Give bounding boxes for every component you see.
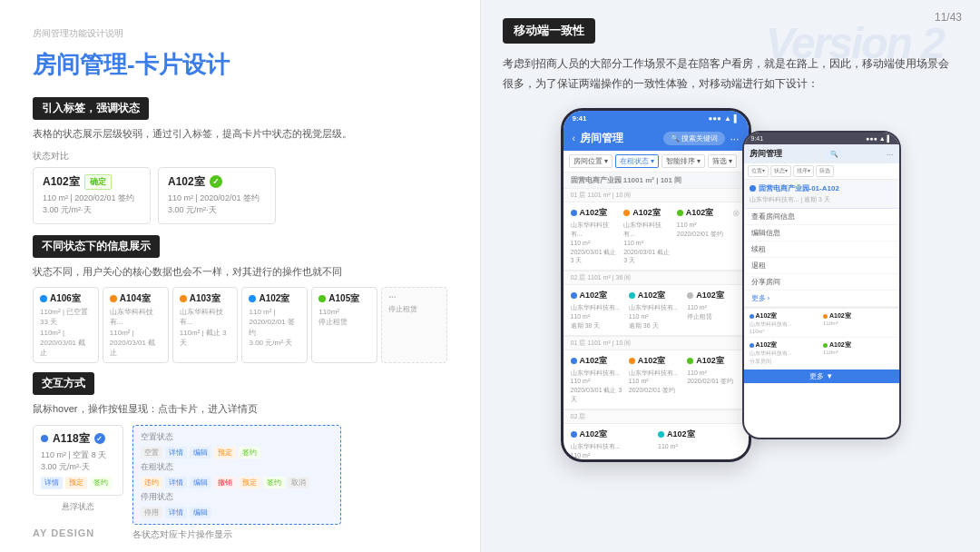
detail-item-3[interactable]: 续租 (744, 242, 899, 258)
state-card-2: A104室 山东华科科技有... 110m² | 2020/03/01 截止 (103, 287, 169, 363)
btn-sign2[interactable]: 签约 (263, 477, 285, 488)
state-card-5: A105室 110m² 停止租赁 (311, 287, 377, 363)
hover-room-info: 110 m² | 空置 8 天 3.00 元/m²·天 详情 预定 签约 (41, 449, 115, 489)
sub-section-header-4: 02 层 (564, 409, 749, 424)
btn-cancel[interactable]: 取消 (288, 477, 309, 488)
sc-sort[interactable]: 排序▾ (793, 165, 814, 177)
sc-filter[interactable]: 筛选 (816, 165, 834, 177)
room-item-4[interactable]: A102室 山东华科科技有... 110 m² 2020/03/01 A102室… (564, 424, 749, 462)
section-header-1: 固营电商产业园 11001 m² | 101 间 (564, 172, 749, 189)
btn-edit3[interactable]: 编辑 (190, 507, 211, 518)
room-card-2: A102室 ✓ 110 m² | 2020/02/01 签约 3.00 元/m²… (158, 167, 276, 224)
hover-card-expanded: 空置状态 空置 详情 编辑 预定 签约 在租状态 违约 详情 编辑 撤销 (132, 425, 341, 525)
phone-filter-bar: 房间位置 ▾ 在租状态 ▾ 智能排序 ▾ 筛选 ▾ (564, 151, 749, 172)
btn-detail[interactable]: 详情 (165, 447, 187, 458)
action-btn-view[interactable]: 详情 (41, 477, 63, 489)
section-desc-1: 表格的状态展示层级较弱，通过引入标签，提高卡片中状态的视觉层级。 (33, 126, 447, 143)
sr-item-2[interactable]: A102室 山东华科科技有... 分享房间 A102室 110m² (744, 338, 899, 370)
btn-edit2[interactable]: 编辑 (190, 477, 211, 488)
action-btn-sign[interactable]: 签约 (90, 477, 112, 489)
sub-section-header-2: 02 层 1101 m² | 36 间 (564, 271, 749, 285)
back-arrow[interactable]: ‹ (573, 133, 575, 143)
dot-blue-1 (40, 295, 47, 302)
state-info-1: 110m² | 已空置 33 天 110m² | 2020/03/01 截止 (40, 307, 92, 358)
filter-more[interactable]: 筛选 ▾ (708, 154, 737, 168)
detail-item-5[interactable]: 分享房间 (744, 274, 899, 291)
room-name-2: A102室 (168, 174, 205, 190)
section-2-label: 各状态对应卡片操作显示 (132, 528, 341, 541)
hover-state-label: 空置状态 (141, 431, 333, 443)
small-phone-title: 房间管理 (750, 148, 782, 160)
room-dot-7 (571, 358, 577, 364)
room-dot-6 (687, 292, 693, 299)
room-dot-2 (623, 210, 630, 216)
btn-disable[interactable]: 停用 (141, 507, 162, 518)
room-item-2[interactable]: A102室 山东华科科技有... 110 m² 逾期 38 天 A102室 山东… (564, 285, 749, 335)
detail-item-1[interactable]: 查看房间信息 (744, 209, 899, 225)
btn-edit[interactable]: 编辑 (190, 447, 211, 458)
hover-card-static: A118室 ✓ 110 m² | 空置 8 天 3.00 元/m²·天 详情 预… (33, 425, 123, 496)
filter-sort[interactable]: 智能排序 ▾ (662, 154, 705, 168)
room-item-3[interactable]: A102室 山东华科科技有... 110 m² 2020/03/01 截止 3 … (564, 350, 749, 409)
room-dot-4 (571, 292, 577, 299)
detail-room-header: 固营电商产业园-01-A102 山东华科科技有... | 逾期 3 天 (744, 180, 899, 209)
right-desc: 考虑到招商人员的大部分工作场景不是在陪客户看房，就是在路上，因此，移动端使用场景… (503, 54, 958, 94)
search-button[interactable]: 🔍 搜索关键词 (663, 132, 725, 145)
btn-detail3[interactable]: 详情 (165, 507, 187, 518)
small-search[interactable]: 🔍 (826, 150, 843, 159)
state-info-6: 停止租赁 (388, 304, 440, 314)
state-info-4: 110 m² | 2020/02/01 签约 3.00 元/m²·天 (249, 307, 300, 348)
bottom-more[interactable]: 更多 ▼ (744, 370, 899, 383)
action-btn-book[interactable]: 预定 (65, 477, 87, 489)
btn-breach[interactable]: 违约 (141, 477, 162, 488)
room-info-2: 110 m² | 2020/02/01 签约 3.00 元/m²·天 (168, 192, 266, 217)
dot-orange-1 (110, 295, 117, 302)
state-info-5: 110m² 停止租赁 (318, 307, 370, 327)
detail-room-title: 固营电商产业园-01-A102 (759, 183, 839, 193)
phone-main: 9:41 ●●● ▲ ▌ ‹ 房间管理 🔍 搜索关键词 ··· 房间位置 ▾ (561, 108, 751, 462)
btn-vacant[interactable]: 空置 (141, 447, 162, 458)
sub-section-header-1: 01 层 1101 m² | 10 间 (564, 189, 749, 202)
room-dot-11 (658, 431, 664, 438)
state-card-3: A103室 山东华科科技有... 110m² | 截止 3 天 (172, 287, 239, 363)
sc-loc[interactable]: 位置▾ (748, 165, 769, 177)
status-icons: ●●● ▲ ▌ (708, 114, 739, 123)
btn-book[interactable]: 预定 (214, 447, 236, 458)
left-panel: 房间管理功能设计说明 房间管理-卡片设计 引入标签，强调状态 表格的状态展示层级… (0, 0, 481, 552)
filter-location[interactable]: 房间位置 ▾ (569, 154, 612, 168)
section-tag-1: 引入标签，强调状态 (33, 97, 149, 120)
delete-icon-1: ⊗ (730, 207, 741, 218)
state-card-1: A106室 110m² | 已空置 33 天 110m² | 2020/03/0… (33, 287, 99, 363)
small-phone-nav: 9:41 ●●● ▲ ▌ (744, 133, 899, 144)
phones-container: 9:41 ●●● ▲ ▌ ‹ 房间管理 🔍 搜索关键词 ··· 房间位置 ▾ (503, 108, 958, 462)
detail-item-more[interactable]: 更多 › (744, 291, 899, 307)
sr-item-1[interactable]: A102室 山东华科科技有... 110m² A102室 110m² (744, 309, 899, 338)
status-icon-green: ✓ (210, 175, 222, 188)
phone-status-bar: 9:41 ●●● ▲ ▌ (564, 111, 749, 126)
btn-revoke[interactable]: 撤销 (214, 477, 236, 488)
room-dot-3 (677, 210, 683, 216)
detail-menu: 查看房间信息 编辑信息 续租 退租 分享房间 更多 › (744, 209, 899, 307)
more-icon[interactable]: ··· (730, 133, 739, 145)
nav-title: 房间管理 (580, 131, 660, 146)
dot-orange-2 (180, 295, 187, 302)
interaction-row: A118室 ✓ 110 m² | 空置 8 天 3.00 元/m²·天 详情 预… (33, 425, 447, 541)
hover-state-label3: 停用状态 (141, 491, 333, 503)
section-interaction: 交互方式 鼠标hover，操作按钮显现：点击卡片，进入详情页 A118室 ✓ 1… (33, 372, 447, 541)
hover-btns-row2: 违约 详情 编辑 撤销 预定 签约 取消 (141, 477, 333, 488)
btn-sign[interactable]: 签约 (239, 447, 260, 458)
main-title: 房间管理-卡片设计 (33, 49, 447, 81)
detail-item-4[interactable]: 退租 (744, 258, 899, 274)
room-item-1[interactable]: A102室 山东华科科技有... 110 m² 2020/03/01 截止 3 … (564, 202, 749, 271)
detail-item-2[interactable]: 编辑信息 (744, 225, 899, 242)
filter-status[interactable]: 在租状态 ▾ (615, 154, 659, 168)
small-more[interactable]: ··· (887, 150, 894, 159)
dot-blue-2 (249, 295, 256, 302)
btn-book2[interactable]: 预定 (239, 477, 260, 488)
hover-btns-row3: 停用 详情 编辑 (141, 507, 333, 518)
btn-detail2[interactable]: 详情 (165, 477, 187, 488)
hover-btns-row1: 空置 详情 编辑 预定 签约 (141, 447, 333, 458)
phone-nav-bar: ‹ 房间管理 🔍 搜索关键词 ··· (564, 126, 749, 151)
more-rooms: A102室 山东华科科技有... 110m² A102室 110m² (744, 307, 899, 370)
sc-status[interactable]: 状态▾ (770, 165, 791, 177)
